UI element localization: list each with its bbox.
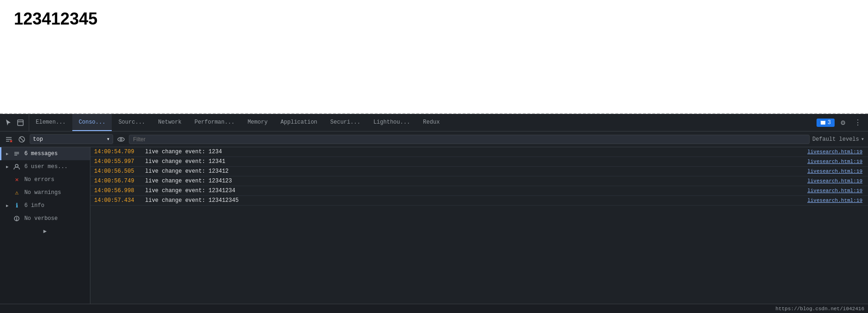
message-source[interactable]: livesearch.html:19: [807, 149, 868, 155]
status-bar: https://blog.csdn.net/i042416: [0, 304, 868, 313]
message-source[interactable]: livesearch.html:19: [807, 159, 868, 164]
message-timestamp: 14:00:57.434: [94, 197, 145, 204]
levels-chevron-icon: ▾: [861, 136, 864, 143]
console-sidebar: ▶ 6 messages ▶: [0, 147, 90, 304]
eye-icon[interactable]: [116, 134, 126, 144]
expand-info-icon: ▶: [6, 203, 8, 208]
svg-point-15: [15, 164, 18, 167]
error-icon: ✕: [13, 176, 20, 183]
message-timestamp: 14:00:55.997: [94, 158, 145, 165]
sidebar-item-user-messages[interactable]: ▶ 6 user mes...: [0, 160, 90, 173]
message-text: live change event: 12341234: [145, 188, 807, 194]
inspect-icon[interactable]: [16, 118, 25, 127]
context-selector[interactable]: top ▾: [30, 134, 113, 144]
tab-icon-group: [0, 114, 29, 131]
tabs-right: 3 ⚙ ⋮: [813, 114, 868, 131]
messages-icon: [13, 150, 20, 157]
console-body: ▶ 6 messages ▶: [0, 147, 868, 304]
console-toolbar: top ▾ Default levels ▾: [0, 131, 868, 147]
expand-messages-icon: ▶: [6, 151, 8, 156]
console-message-row: 14:00:54.709 live change event: 1234live…: [90, 147, 868, 157]
message-timestamp: 14:00:56.749: [94, 178, 145, 184]
clear-console-icon[interactable]: [4, 134, 14, 144]
console-messages-list: 14:00:54.709 live change event: 1234live…: [90, 147, 868, 304]
console-message-row: 14:00:56.749 live change event: 1234123l…: [90, 176, 868, 186]
tab-sources[interactable]: Sourc...: [112, 114, 152, 131]
console-message-row: 14:00:55.997 live change event: 12341liv…: [90, 157, 868, 167]
tab-security[interactable]: Securi...: [324, 114, 367, 131]
tab-network[interactable]: Network: [152, 114, 188, 131]
tab-performance[interactable]: Performan...: [188, 114, 241, 131]
console-message-row: 14:00:57.434 live change event: 12341234…: [90, 196, 868, 206]
message-text: live change event: 1234123: [145, 178, 807, 184]
more-options-icon[interactable]: ⋮: [851, 116, 864, 129]
devtools-panel: Elemen... Conso... Sourc... Network Perf…: [0, 114, 868, 313]
context-chevron-icon: ▾: [107, 136, 110, 143]
message-source[interactable]: livesearch.html:19: [807, 169, 868, 174]
info-icon: ℹ: [13, 202, 20, 209]
tab-lighthouse[interactable]: Lighthou...: [367, 114, 416, 131]
message-text: live change event: 123412345: [145, 197, 807, 204]
message-text: live change event: 123412: [145, 168, 807, 175]
svg-rect-0: [18, 120, 23, 125]
page-content: 123412345: [14, 9, 854, 29]
expand-user-icon: ▶: [6, 164, 8, 169]
user-icon: [13, 163, 20, 170]
svg-point-11: [120, 138, 122, 140]
svg-point-10: [118, 138, 124, 141]
notification-badge[interactable]: 3: [817, 119, 835, 127]
message-source[interactable]: livesearch.html:19: [807, 178, 868, 184]
block-icon[interactable]: [17, 134, 27, 144]
verbose-icon: [13, 215, 20, 222]
tab-console[interactable]: Conso...: [72, 114, 112, 131]
sidebar-item-warnings[interactable]: ▶ ⚠ No warnings: [0, 186, 90, 199]
sidebar-expand-more[interactable]: ▶: [0, 225, 90, 238]
cursor-icon[interactable]: [4, 118, 13, 127]
message-text: live change event: 12341: [145, 158, 807, 165]
console-message-row: 14:00:56.505 live change event: 123412li…: [90, 167, 868, 176]
svg-point-18: [17, 219, 18, 220]
tabs-bar: Elemen... Conso... Sourc... Network Perf…: [0, 114, 868, 131]
message-source[interactable]: livesearch.html:19: [807, 198, 868, 203]
sidebar-item-info[interactable]: ▶ ℹ 6 info: [0, 199, 90, 212]
message-source[interactable]: livesearch.html:19: [807, 188, 868, 194]
svg-line-9: [20, 137, 24, 141]
tab-application[interactable]: Application: [274, 114, 324, 131]
warning-icon: ⚠: [13, 189, 20, 196]
settings-icon[interactable]: ⚙: [836, 116, 849, 129]
default-levels-button[interactable]: Default levels ▾: [812, 136, 864, 143]
tab-redux[interactable]: Redux: [416, 114, 446, 131]
tab-elements[interactable]: Elemen...: [29, 114, 72, 131]
message-timestamp: 14:00:54.709: [94, 149, 145, 155]
console-message-row: 14:00:56.998 live change event: 12341234…: [90, 186, 868, 196]
message-timestamp: 14:00:56.505: [94, 168, 145, 175]
sidebar-item-messages[interactable]: ▶ 6 messages: [0, 147, 90, 160]
tab-memory[interactable]: Memory: [241, 114, 274, 131]
browser-page: 123412345: [0, 0, 868, 114]
sidebar-item-errors[interactable]: ▶ ✕ No errors: [0, 173, 90, 186]
sidebar-item-verbose[interactable]: ▶ No verbose: [0, 212, 90, 225]
message-timestamp: 14:00:56.998: [94, 188, 145, 194]
message-text: live change event: 1234: [145, 149, 807, 155]
filter-input[interactable]: [129, 135, 810, 144]
